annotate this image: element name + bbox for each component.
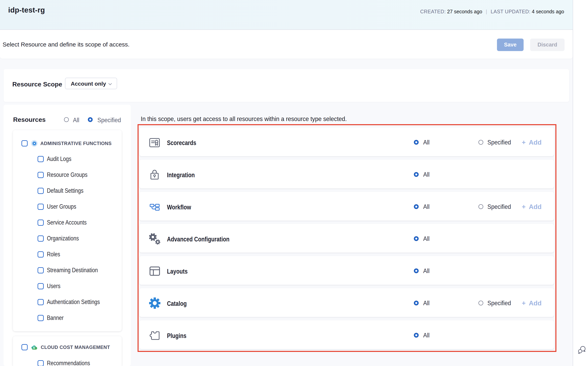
svg-text:$: $ xyxy=(33,346,35,349)
